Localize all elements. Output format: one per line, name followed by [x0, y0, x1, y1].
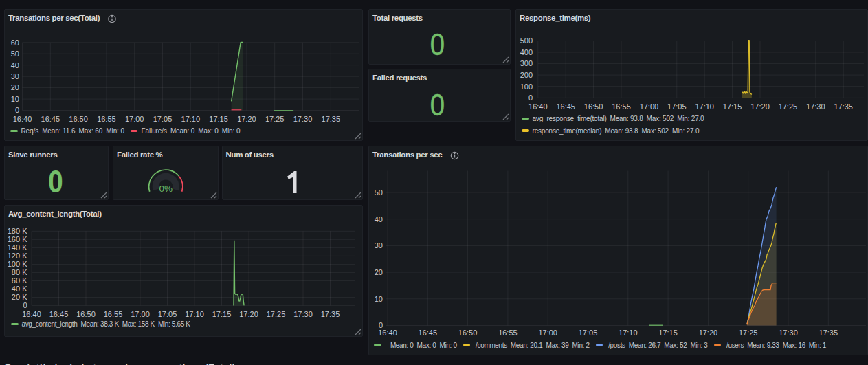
svg-text:17:15: 17:15 — [658, 329, 678, 337]
svg-text:50: 50 — [11, 49, 19, 58]
svg-text:16:50: 16:50 — [76, 309, 96, 318]
svg-text:17:30: 17:30 — [779, 329, 798, 337]
svg-text:80 K: 80 K — [12, 268, 27, 276]
svg-text:0: 0 — [528, 93, 533, 102]
svg-text:17:00: 17:00 — [640, 102, 659, 111]
svg-text:120 K: 120 K — [8, 252, 27, 260]
svg-text:200: 200 — [520, 71, 533, 79]
svg-text:300: 300 — [520, 59, 533, 67]
svg-text:10: 10 — [375, 295, 383, 303]
svg-text:17:10: 17:10 — [695, 102, 714, 111]
svg-text:16:50: 16:50 — [584, 102, 603, 111]
svg-text:17:25: 17:25 — [265, 115, 285, 123]
svg-text:100 K: 100 K — [8, 260, 27, 268]
svg-text:20 K: 20 K — [12, 293, 27, 301]
svg-text:180 K: 180 K — [8, 227, 27, 235]
svg-text:16:40: 16:40 — [13, 115, 32, 123]
svg-text:30: 30 — [375, 241, 383, 250]
svg-text:400: 400 — [520, 48, 533, 56]
svg-text:40 K: 40 K — [12, 285, 27, 293]
svg-text:60: 60 — [11, 38, 19, 47]
svg-text:500: 500 — [520, 36, 533, 45]
svg-text:0%: 0% — [159, 184, 173, 194]
svg-text:17:35: 17:35 — [321, 309, 340, 318]
svg-text:17:05: 17:05 — [579, 329, 598, 337]
svg-text:17:20: 17:20 — [699, 329, 718, 337]
svg-text:0: 0 — [15, 106, 19, 114]
svg-text:17:35: 17:35 — [834, 102, 853, 111]
svg-text:17:20: 17:20 — [750, 102, 770, 111]
svg-text:17:00: 17:00 — [538, 329, 557, 337]
svg-text:16:40: 16:40 — [378, 329, 397, 337]
svg-text:60 K: 60 K — [12, 276, 27, 285]
svg-text:17:00: 17:00 — [131, 309, 150, 318]
svg-text:16:55: 16:55 — [498, 329, 518, 337]
svg-text:16:45: 16:45 — [556, 102, 575, 111]
svg-text:17:25: 17:25 — [739, 329, 758, 337]
svg-text:16:55: 16:55 — [612, 102, 631, 111]
svg-text:17:05: 17:05 — [158, 309, 177, 318]
svg-text:17:10: 17:10 — [619, 329, 638, 337]
svg-text:16:40: 16:40 — [528, 102, 548, 111]
svg-text:40: 40 — [11, 61, 19, 69]
svg-text:16:50: 16:50 — [458, 329, 478, 337]
svg-text:17:20: 17:20 — [239, 309, 258, 318]
svg-text:17:15: 17:15 — [212, 309, 232, 318]
svg-text:160 K: 160 K — [8, 235, 27, 243]
svg-text:16:45: 16:45 — [41, 115, 60, 123]
svg-text:100: 100 — [520, 82, 533, 91]
svg-text:17:25: 17:25 — [779, 102, 798, 111]
svg-text:140 K: 140 K — [8, 243, 27, 252]
svg-text:16:55: 16:55 — [97, 115, 116, 123]
svg-text:17:20: 17:20 — [237, 115, 256, 123]
svg-text:17:30: 17:30 — [806, 102, 825, 111]
svg-text:17:00: 17:00 — [125, 115, 144, 123]
svg-text:40: 40 — [375, 215, 383, 223]
svg-text:17:10: 17:10 — [185, 309, 204, 318]
svg-text:17:15: 17:15 — [209, 115, 228, 123]
svg-text:17:10: 17:10 — [181, 115, 201, 123]
svg-text:20: 20 — [375, 268, 383, 276]
svg-text:50: 50 — [375, 188, 383, 197]
svg-text:0: 0 — [23, 301, 27, 309]
svg-text:17:30: 17:30 — [293, 309, 313, 318]
svg-text:17:30: 17:30 — [293, 115, 313, 123]
svg-text:16:45: 16:45 — [419, 329, 438, 337]
svg-text:17:35: 17:35 — [819, 329, 838, 337]
svg-text:17:05: 17:05 — [153, 115, 173, 123]
svg-text:30: 30 — [11, 72, 19, 80]
svg-text:17:35: 17:35 — [322, 115, 341, 123]
svg-text:10: 10 — [11, 95, 19, 103]
svg-text:16:40: 16:40 — [22, 309, 41, 318]
svg-text:17:05: 17:05 — [667, 102, 687, 111]
svg-text:20: 20 — [11, 83, 19, 91]
svg-text:16:45: 16:45 — [49, 309, 69, 318]
svg-text:17:15: 17:15 — [723, 102, 742, 111]
svg-text:16:55: 16:55 — [104, 309, 123, 318]
svg-text:16:50: 16:50 — [69, 115, 88, 123]
svg-text:17:25: 17:25 — [267, 309, 286, 318]
